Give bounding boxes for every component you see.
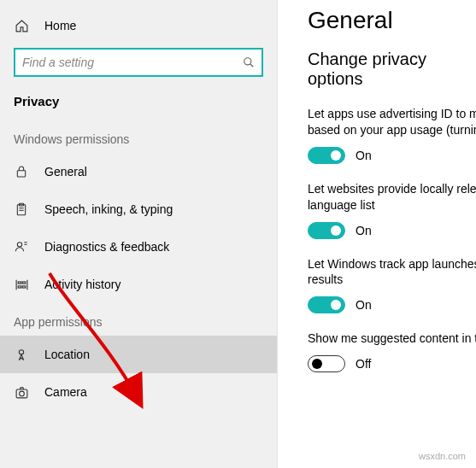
toggle-label: On [356, 298, 372, 312]
sidebar-group-windows-permissions: Windows permissions [0, 120, 277, 153]
camera-icon [14, 384, 29, 400]
toggle-label: Off [356, 357, 371, 371]
setting-desc: Let websites provide locally relevalangu… [308, 181, 476, 214]
search-box[interactable] [14, 48, 263, 77]
sidebar-item-label: General [44, 165, 87, 178]
toggle-label: On [356, 149, 372, 162]
search-container [0, 44, 277, 85]
page-subtitle: Change privacy options [308, 50, 476, 89]
svg-line-1 [250, 64, 254, 67]
sidebar: Home Privacy Windows permissions General… [0, 0, 278, 468]
svg-rect-11 [22, 281, 26, 283]
sidebar-item-camera[interactable]: Camera [0, 373, 277, 411]
sidebar-section-title: Privacy [0, 85, 277, 120]
sidebar-item-location[interactable]: Location [0, 336, 277, 373]
svg-rect-12 [18, 285, 21, 287]
setting-websites-language: Let websites provide locally relevalangu… [308, 181, 476, 239]
clipboard-icon [14, 202, 29, 217]
svg-rect-13 [22, 285, 26, 287]
main-panel: General Change privacy options Let apps … [278, 0, 476, 468]
toggle-websites-language[interactable] [308, 222, 345, 239]
setting-suggested-content: Show me suggested content in th Off [308, 331, 476, 372]
svg-point-16 [19, 391, 24, 396]
watermark: wsxdn.com [419, 451, 466, 461]
toggle-suggested-content[interactable] [308, 355, 345, 372]
sidebar-item-label: Diagnostics & feedback [44, 240, 169, 254]
setting-track-launches: Let Windows track app launches tresults … [308, 256, 476, 314]
setting-desc: Let Windows track app launches tresults [308, 256, 476, 289]
toggle-advertising-id[interactable] [308, 147, 345, 164]
svg-rect-2 [17, 171, 25, 177]
svg-point-7 [17, 243, 21, 247]
location-icon [14, 347, 29, 362]
sidebar-home[interactable]: Home [0, 7, 277, 44]
sidebar-item-label: Activity history [44, 278, 120, 291]
setting-advertising-id: Let apps use advertising ID to mabased o… [308, 106, 476, 164]
sidebar-item-speech[interactable]: Speech, inking, & typing [0, 190, 277, 228]
sidebar-group-app-permissions: App permissions [0, 303, 277, 336]
search-input[interactable] [22, 56, 243, 69]
sidebar-item-label: Camera [44, 385, 87, 399]
setting-desc: Show me suggested content in th [308, 331, 476, 347]
sidebar-item-diagnostics[interactable]: Diagnostics & feedback [0, 228, 277, 266]
page-title: General [308, 7, 476, 34]
home-icon [14, 18, 29, 33]
sidebar-item-label: Speech, inking, & typing [44, 202, 173, 216]
lock-icon [14, 164, 29, 179]
setting-desc: Let apps use advertising ID to mabased o… [308, 106, 476, 138]
svg-rect-15 [16, 389, 27, 397]
toggle-label: On [356, 224, 372, 237]
sidebar-item-label: Location [44, 348, 90, 361]
sidebar-home-label: Home [44, 19, 76, 32]
activity-icon [14, 277, 29, 292]
feedback-icon [14, 239, 29, 254]
svg-rect-10 [18, 281, 21, 283]
svg-point-0 [244, 58, 251, 65]
sidebar-item-activity[interactable]: Activity history [0, 266, 277, 303]
search-icon [243, 56, 255, 68]
toggle-track-launches[interactable] [308, 296, 345, 313]
sidebar-item-general[interactable]: General [0, 153, 277, 190]
